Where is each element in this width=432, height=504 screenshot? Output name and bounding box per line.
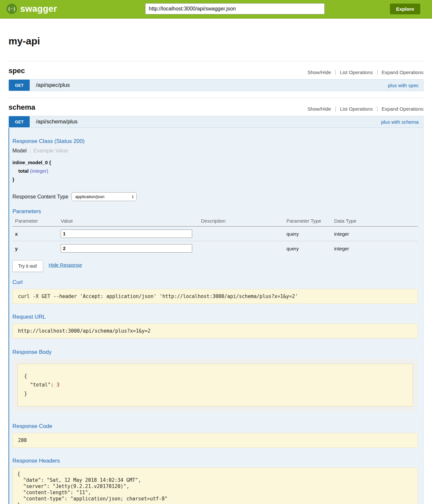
get-method-badge[interactable]: GET xyxy=(9,116,30,127)
resource-schema: schema Show/Hide List Operations Expand … xyxy=(8,98,424,504)
try-it-out-button[interactable]: Try it out! xyxy=(12,260,43,272)
endpoint-summary-link[interactable]: plus with spec xyxy=(388,80,423,91)
spec-url-input[interactable] xyxy=(145,3,325,14)
explore-button[interactable]: Explore xyxy=(390,4,420,14)
col-header-value: Value xyxy=(58,216,198,227)
swagger-logo-icon: {···} xyxy=(7,4,17,14)
select-updown-icon: ▲▼ xyxy=(131,195,134,199)
col-header-description: Description xyxy=(198,216,284,227)
operation-expanded-content: Response Class (Status 200) Model Exampl… xyxy=(8,128,424,504)
brand-name: swagger xyxy=(20,4,57,14)
model-close: } xyxy=(12,175,418,184)
endpoint-row-spec-plus[interactable]: GET /api/spec/plus plus with spec xyxy=(8,79,424,91)
resource-menu: Show/Hide List Operations Expand Operati… xyxy=(307,70,424,75)
col-header-parameter-type: Parameter Type xyxy=(284,216,332,227)
list-operations-link[interactable]: List Operations xyxy=(340,70,373,75)
resource-spec: spec Show/Hide List Operations Expand Op… xyxy=(8,61,424,91)
table-row: x query integer xyxy=(12,227,418,241)
tab-model[interactable]: Model xyxy=(12,148,27,154)
model-open: inline_model_0 { xyxy=(12,158,418,167)
param-description xyxy=(198,241,284,256)
resource-title-spec: spec xyxy=(8,67,25,75)
list-operations-link[interactable]: List Operations xyxy=(340,106,373,112)
table-row: y query integer xyxy=(12,241,418,256)
response-content-type-select[interactable]: application/json ▲▼ xyxy=(71,192,137,201)
response-class-heading: Response Class (Status 200) xyxy=(12,138,418,145)
model-signature: inline_model_0 { total (integer) } xyxy=(12,158,418,184)
response-headers-block: { "date": "Sat, 12 May 2018 14:02:34 GMT… xyxy=(12,467,418,504)
model-property: total (integer) xyxy=(12,167,418,175)
param-x-input[interactable] xyxy=(61,229,192,238)
menu-separator xyxy=(377,70,378,75)
parameters-heading: Parameters xyxy=(12,208,418,215)
response-content-type-value: application/json xyxy=(75,194,104,199)
rb-open: { xyxy=(24,373,27,379)
response-body-panel: { "total": 3 } xyxy=(12,359,418,411)
show-hide-link[interactable]: Show/Hide xyxy=(307,70,331,75)
model-tabs: Model Example Value xyxy=(12,148,418,154)
curl-heading: Curl xyxy=(12,279,418,286)
tab-separator xyxy=(30,148,30,154)
param-type: query xyxy=(284,241,332,256)
tab-example-value[interactable]: Example Value xyxy=(34,148,68,154)
rb-close: } xyxy=(24,391,27,397)
endpoint-path-link[interactable]: /api/spec/plus xyxy=(30,80,70,91)
top-header-bar: {···} swagger Explore xyxy=(0,0,432,19)
show-hide-link[interactable]: Show/Hide xyxy=(307,106,331,112)
response-body-block: { "total": 3 } xyxy=(17,364,413,406)
menu-separator xyxy=(335,70,336,75)
response-headers-heading: Response Headers xyxy=(12,458,418,464)
param-type: query xyxy=(284,227,332,241)
get-method-badge[interactable]: GET xyxy=(9,80,30,91)
param-data-type: integer xyxy=(332,241,418,256)
expand-operations-link[interactable]: Expand Operations xyxy=(382,106,424,112)
model-property-name: total xyxy=(18,168,29,174)
col-header-data-type: Data Type xyxy=(332,216,418,227)
param-name: y xyxy=(12,241,58,256)
parameters-table: Parameter Value Description Parameter Ty… xyxy=(12,216,418,256)
response-code-heading: Response Code xyxy=(12,423,418,430)
endpoint-summary-link[interactable]: plus with schema xyxy=(381,116,423,127)
response-code-block: 200 xyxy=(12,433,418,448)
param-name: x xyxy=(12,227,58,241)
rb-value: 3 xyxy=(56,382,59,388)
response-body-heading: Response Body xyxy=(12,349,418,355)
model-property-type: (integer) xyxy=(30,168,48,174)
hide-response-link[interactable]: Hide Response xyxy=(49,262,82,268)
expand-operations-link[interactable]: Expand Operations xyxy=(382,70,424,75)
response-content-type-row: Response Content Type application/json ▲… xyxy=(12,192,418,201)
param-description xyxy=(198,227,284,241)
param-data-type: integer xyxy=(332,227,418,241)
menu-separator xyxy=(377,106,378,112)
resource-menu: Show/Hide List Operations Expand Operati… xyxy=(307,106,424,112)
response-content-type-label: Response Content Type xyxy=(12,194,68,200)
col-header-parameter: Parameter xyxy=(12,216,58,227)
request-url-block: http://localhost:3000/api/schema/plus?x=… xyxy=(12,323,418,339)
request-url-heading: Request URL xyxy=(12,314,418,320)
page-title: my-api xyxy=(8,36,424,47)
menu-separator xyxy=(335,106,336,112)
curl-command-block: curl -X GET --header 'Accept: applicatio… xyxy=(12,289,418,304)
endpoint-row-schema-plus[interactable]: GET /api/schema/plus plus with schema xyxy=(8,116,424,128)
endpoint-path-link[interactable]: /api/schema/plus xyxy=(30,116,78,127)
resource-title-schema: schema xyxy=(8,103,35,112)
param-y-input[interactable] xyxy=(61,244,192,253)
swagger-brand[interactable]: {···} swagger xyxy=(7,4,57,14)
rb-key: "total": xyxy=(24,382,56,388)
